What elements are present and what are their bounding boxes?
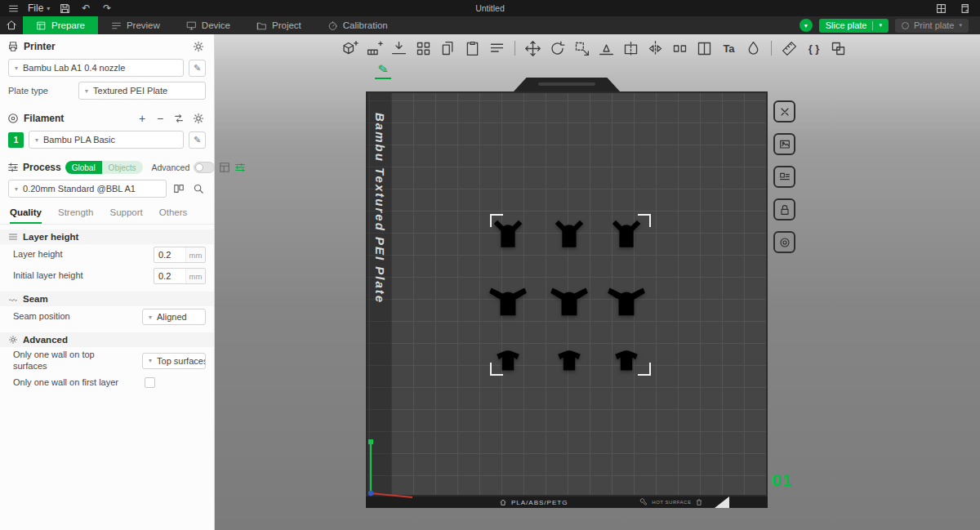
prepare-icon (36, 20, 47, 31)
object-list-icon[interactable] (486, 38, 508, 60)
slice-plate-button[interactable]: Slice plate ▾ (819, 19, 889, 33)
layer-height-input[interactable]: 0.2 mm (154, 247, 206, 263)
assembly-view-icon[interactable]: { } (803, 38, 825, 60)
home-icon (499, 498, 507, 506)
viewport-3d[interactable]: Ta { } ✎ Bambu Textured PEI Plate (215, 34, 980, 530)
plate-materials-label: PLA/ABS/PETG (511, 499, 568, 506)
plate-name-icon[interactable] (773, 166, 795, 188)
filament-preset-select[interactable]: ▾ Bambu PLA Basic (29, 131, 184, 149)
combine-objects-icon[interactable] (827, 38, 849, 60)
initial-layer-height-input[interactable]: 0.2 mm (154, 268, 206, 284)
process-scope-toggle[interactable]: Global Objects (65, 161, 143, 174)
chevron-down-icon: ▾ (15, 65, 18, 72)
unit-label: mm (185, 269, 205, 283)
seam-position-select[interactable]: ▾ Aligned (142, 309, 206, 325)
undo-icon[interactable]: ↶ (79, 2, 92, 14)
plate-front-strip: PLA/ABS/PETG HOT SURFACE (366, 497, 768, 508)
layout-toggle-icon[interactable] (934, 2, 947, 14)
filament-gear-icon[interactable] (191, 111, 206, 126)
add-filament-button[interactable]: + (136, 112, 149, 125)
remove-filament-button[interactable]: − (154, 112, 167, 125)
print-plate-button[interactable]: Print plate ▾ (895, 19, 969, 33)
tab-prepare[interactable]: Prepare (23, 16, 98, 34)
process-preset-select[interactable]: ▾ 0.20mm Standard @BBL A1 (8, 180, 167, 198)
printer-gear-icon[interactable] (191, 39, 206, 54)
lock-plate-icon[interactable] (773, 198, 795, 220)
sync-icon[interactable]: ▾ (800, 19, 813, 32)
printer-section-header: Printer (0, 34, 214, 57)
mirror-icon[interactable] (644, 38, 666, 60)
filament-preset-value: Bambu PLA Basic (43, 135, 115, 145)
main-tabbar: Prepare Preview Device Project Calibrati… (0, 16, 980, 34)
save-icon[interactable] (58, 2, 71, 14)
filament-slot-badge[interactable]: 1 (8, 132, 24, 148)
param-settings-icon[interactable] (234, 160, 246, 175)
model-object[interactable] (552, 342, 586, 375)
redo-icon[interactable]: ↷ (100, 2, 114, 14)
compare-presets-icon[interactable] (172, 181, 186, 196)
tab-strength[interactable]: Strength (58, 207, 93, 224)
toolbar-separator (771, 41, 772, 56)
scope-objects[interactable]: Objects (102, 161, 143, 174)
plate-surface[interactable]: Bambu Textured PEI Plate (366, 91, 768, 497)
split-to-parts-icon[interactable] (693, 38, 715, 60)
arrange-icon[interactable] (412, 38, 434, 60)
one-wall-first-layer-checkbox[interactable] (145, 377, 155, 388)
build-plate[interactable]: Bambu Textured PEI Plate (366, 78, 768, 508)
edit-filament-preset-button[interactable]: ✎ (189, 131, 206, 149)
color-painting-icon[interactable] (742, 38, 764, 60)
delete-plate-icon[interactable] (773, 100, 795, 122)
edit-plate-image-icon[interactable] (773, 133, 795, 155)
add-icon[interactable] (339, 38, 361, 60)
sidebar: Printer ▾ Bambu Lab A1 0.4 nozzle ✎ Plat… (0, 34, 215, 530)
plate-number: 01 (772, 470, 792, 490)
device-icon (186, 20, 197, 31)
model-object[interactable] (487, 283, 529, 319)
scale-icon[interactable] (571, 38, 593, 60)
tab-others[interactable]: Others (159, 207, 188, 224)
move-icon[interactable] (522, 38, 544, 60)
copy-icon[interactable] (437, 38, 459, 60)
text-tool-icon[interactable]: Ta (718, 38, 740, 60)
flush-options-icon[interactable] (172, 111, 186, 126)
selection-corner-bottom-left (490, 363, 503, 376)
edit-printer-preset-button[interactable]: ✎ (189, 60, 206, 77)
filament-section-header: Filament + − (0, 106, 214, 129)
plate-type-select[interactable]: ▾ Textured PEI Plate (78, 82, 206, 100)
param-table-icon[interactable] (219, 160, 230, 175)
home-button[interactable] (0, 16, 23, 34)
tab-project[interactable]: Project (243, 16, 314, 34)
search-icon[interactable] (191, 181, 206, 196)
advanced-toggle[interactable] (194, 162, 215, 173)
tab-calibration[interactable]: Calibration (314, 16, 401, 34)
plate-settings-icon[interactable] (773, 231, 795, 253)
printer-preset-select[interactable]: ▾ Bambu Lab A1 0.4 nozzle (8, 59, 184, 77)
viewport-toolbar: Ta { } (339, 36, 849, 60)
tab-quality[interactable]: Quality (10, 207, 42, 224)
tab-device[interactable]: Device (173, 16, 243, 34)
measure-icon[interactable] (778, 38, 800, 60)
place-on-face-icon[interactable] (595, 38, 617, 60)
split-to-objects-icon[interactable] (669, 38, 691, 60)
pencil-icon: ✎ (194, 135, 201, 145)
restore-window-icon[interactable] (957, 2, 970, 14)
one-wall-top-select[interactable]: ▾ Top surfaces (142, 353, 206, 369)
paste-icon[interactable] (461, 38, 483, 60)
scope-global[interactable]: Global (65, 161, 102, 174)
file-menu[interactable]: File ▾ (28, 2, 50, 14)
model-object[interactable] (548, 283, 590, 319)
wrench-icon (639, 498, 648, 506)
sketch-pencil-icon[interactable]: ✎ (375, 62, 391, 79)
auto-orient-icon[interactable] (388, 38, 410, 60)
tab-preview[interactable]: Preview (98, 16, 173, 34)
model-object[interactable] (550, 217, 588, 252)
app-menu-icon[interactable] (7, 2, 20, 14)
add-plate-icon[interactable] (363, 38, 385, 60)
selection-corner-top-right (638, 214, 651, 227)
tab-support[interactable]: Support (109, 207, 142, 224)
plate-toolbar (773, 100, 795, 264)
chevron-down-icon: ▾ (149, 314, 152, 321)
rotate-icon[interactable] (546, 38, 568, 60)
model-object[interactable] (605, 283, 648, 319)
cut-icon[interactable] (620, 38, 642, 60)
